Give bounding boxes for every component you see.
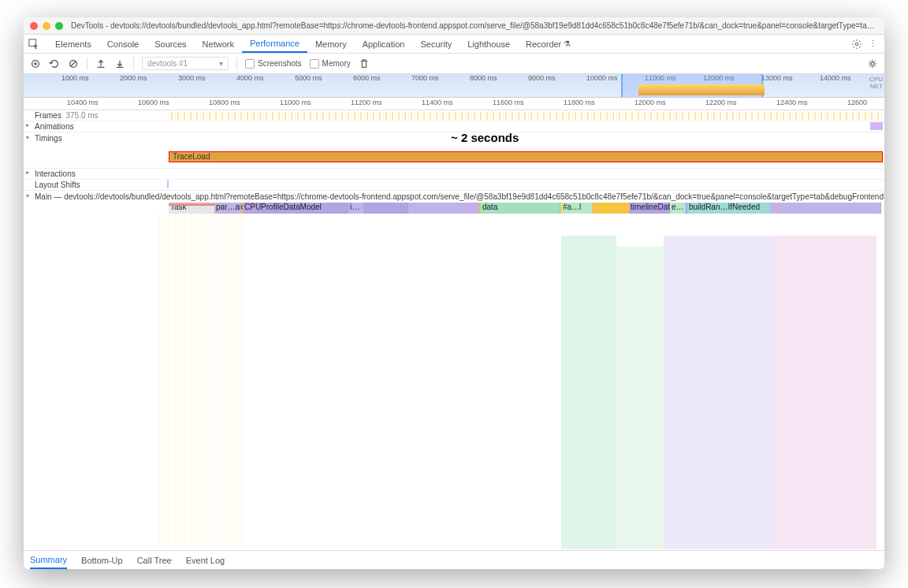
svg-point-1 bbox=[855, 43, 858, 46]
tab-performance[interactable]: Performance bbox=[242, 35, 307, 53]
tab-console[interactable]: Console bbox=[99, 35, 147, 53]
overview-tick: 6000 ms bbox=[353, 74, 381, 82]
timeline-overview[interactable]: 1000 ms 2000 ms 3000 ms 4000 ms 5000 ms … bbox=[24, 74, 884, 98]
flask-icon: ⚗ bbox=[564, 39, 571, 48]
overview-tick: 10000 ms bbox=[586, 74, 618, 82]
inspect-element-icon[interactable] bbox=[28, 39, 39, 50]
overview-tick: 13000 ms bbox=[761, 74, 793, 82]
disclosure-icon[interactable]: ▾ bbox=[26, 192, 29, 199]
gear-icon[interactable] bbox=[867, 58, 878, 69]
disclosure-icon[interactable]: ▸ bbox=[26, 121, 29, 128]
layout-shifts-track[interactable]: Layout Shifts bbox=[24, 180, 884, 191]
trash-icon[interactable] bbox=[359, 58, 370, 69]
timings-track[interactable]: ▾ Timings ~ 2 seconds TraceLoad bbox=[24, 132, 884, 169]
flame-entry[interactable]: i… bbox=[348, 203, 364, 214]
record-icon[interactable] bbox=[30, 58, 41, 69]
tab-memory[interactable]: Memory bbox=[307, 35, 355, 53]
tab-summary[interactable]: Summary bbox=[30, 552, 67, 569]
overview-tick: 7000 ms bbox=[411, 74, 439, 82]
disclosure-icon[interactable]: ▸ bbox=[26, 169, 29, 176]
tab-application[interactable]: Application bbox=[355, 35, 413, 53]
maximize-window-button[interactable] bbox=[55, 22, 63, 30]
overview-labels: CPU NET bbox=[869, 76, 883, 90]
disclosure-icon[interactable]: ▾ bbox=[26, 134, 29, 141]
svg-point-6 bbox=[871, 61, 874, 65]
tab-call-tree[interactable]: Call Tree bbox=[137, 553, 172, 568]
overview-activity bbox=[638, 84, 765, 95]
panel-tabs-bar: Elements Console Sources Network Perform… bbox=[24, 35, 884, 54]
flame-entry[interactable]: data bbox=[481, 203, 560, 214]
settings-icon[interactable] bbox=[851, 39, 862, 50]
detail-tabs: Summary Bottom-Up Call Tree Event Log bbox=[24, 550, 884, 569]
overview-tick: 1000 ms bbox=[61, 74, 89, 82]
tab-elements[interactable]: Elements bbox=[47, 35, 99, 53]
trace-load-timing[interactable]: TraceLoad bbox=[169, 151, 883, 162]
overview-tick: 8000 ms bbox=[470, 74, 497, 82]
tab-security[interactable]: Security bbox=[412, 35, 460, 53]
flame-entry[interactable]: buildRan…IfNeeded bbox=[687, 203, 771, 214]
tab-lighthouse[interactable]: Lighthouse bbox=[460, 35, 518, 53]
window-title: DevTools - devtools://devtools/bundled/d… bbox=[71, 21, 878, 30]
tab-event-log[interactable]: Event Log bbox=[186, 553, 225, 568]
overview-tick: 4000 ms bbox=[236, 74, 264, 82]
flame-chart[interactable]: Task Run Microtasks close #parse parse l… bbox=[159, 203, 884, 549]
traffic-lights bbox=[30, 22, 63, 30]
devtools-window: DevTools - devtools://devtools/bundled/d… bbox=[24, 17, 884, 569]
main-thread-header[interactable]: ▾ Main — devtools://devtools/bundled/dev… bbox=[24, 191, 884, 203]
svg-line-5 bbox=[71, 61, 76, 66]
performance-toolbar: devtools #1▾ Screenshots Memory bbox=[24, 54, 884, 74]
profile-dropdown[interactable]: devtools #1▾ bbox=[142, 57, 229, 70]
more-icon[interactable]: ⋮ bbox=[869, 39, 880, 49]
tab-bottom-up[interactable]: Bottom-Up bbox=[81, 553, 123, 568]
time-ruler[interactable]: 10400 ms 10600 ms 10800 ms 11000 ms 1120… bbox=[24, 98, 884, 110]
overview-tick: 5000 ms bbox=[295, 74, 322, 82]
annotation-label: ~ 2 seconds bbox=[451, 131, 519, 144]
flame-entry[interactable]: CPUProfileDataModel bbox=[243, 203, 408, 214]
clear-icon[interactable] bbox=[68, 58, 79, 69]
flame-entry[interactable]: par…at bbox=[214, 203, 241, 214]
frames-track[interactable]: Frames 375.0 ms bbox=[24, 110, 884, 121]
overview-tick: 3000 ms bbox=[178, 74, 206, 82]
overview-tick: 14000 ms bbox=[820, 74, 851, 82]
overview-tick: 9000 ms bbox=[528, 74, 556, 82]
screenshots-checkbox[interactable]: Screenshots bbox=[245, 59, 302, 69]
svg-point-3 bbox=[34, 62, 37, 65]
interactions-track[interactable]: ▸ Interactions bbox=[24, 169, 884, 180]
memory-checkbox[interactable]: Memory bbox=[310, 59, 351, 69]
minimize-window-button[interactable] bbox=[43, 22, 50, 30]
tab-recorder[interactable]: Recorder⚗ bbox=[518, 35, 579, 53]
flame-entry[interactable]: e… bbox=[670, 203, 686, 214]
flame-entry[interactable]: #a…l bbox=[561, 203, 593, 214]
tracks: Frames 375.0 ms ▸ Animations ▾ Timings ~… bbox=[24, 110, 884, 203]
reload-icon[interactable] bbox=[49, 58, 60, 69]
close-window-button[interactable] bbox=[30, 22, 38, 30]
panel-tabs: Elements Console Sources Network Perform… bbox=[47, 35, 851, 53]
tab-sources[interactable]: Sources bbox=[147, 35, 194, 53]
overview-tick: 2000 ms bbox=[120, 74, 147, 82]
tab-network[interactable]: Network bbox=[195, 35, 242, 53]
chevron-down-icon: ▾ bbox=[219, 59, 223, 68]
upload-icon[interactable] bbox=[95, 58, 106, 69]
titlebar: DevTools - devtools://devtools/bundled/d… bbox=[24, 17, 884, 35]
download-icon[interactable] bbox=[114, 58, 125, 69]
